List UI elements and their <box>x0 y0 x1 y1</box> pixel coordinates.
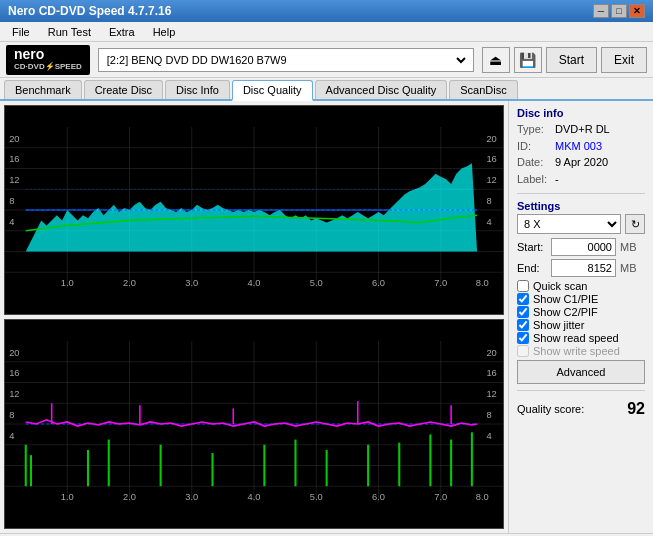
svg-text:5.0: 5.0 <box>310 278 323 288</box>
speed-select[interactable]: 8 X <box>517 214 621 234</box>
refresh-button[interactable]: ↻ <box>625 214 645 234</box>
disc-info-group: Disc info Type: DVD+R DL ID: MKM 003 Dat… <box>517 107 645 187</box>
start-input[interactable] <box>551 238 616 256</box>
exit-button[interactable]: Exit <box>601 47 647 73</box>
label-value: - <box>555 171 559 188</box>
top-chart: 20 16 12 8 4 20 16 12 8 4 1.0 2.0 3.0 4.… <box>4 105 504 315</box>
svg-text:3.0: 3.0 <box>185 492 198 502</box>
type-label: Type: <box>517 121 555 138</box>
tab-disc-info[interactable]: Disc Info <box>165 80 230 99</box>
id-value: MKM 003 <box>555 138 602 155</box>
tabs-bar: Benchmark Create Disc Disc Info Disc Qua… <box>0 78 653 101</box>
end-field-row: End: MB <box>517 259 645 277</box>
show-jitter-checkbox[interactable] <box>517 319 529 331</box>
titlebar-controls: ─ □ ✕ <box>593 4 645 18</box>
tab-advanced-disc-quality[interactable]: Advanced Disc Quality <box>315 80 448 99</box>
svg-text:16: 16 <box>486 368 496 378</box>
date-label: Date: <box>517 154 555 171</box>
titlebar: Nero CD-DVD Speed 4.7.7.16 ─ □ ✕ <box>0 0 653 22</box>
svg-text:4: 4 <box>486 431 491 441</box>
show-read-speed-label: Show read speed <box>533 332 619 344</box>
show-jitter-row: Show jitter <box>517 319 645 331</box>
show-c2pif-label: Show C2/PIF <box>533 306 598 318</box>
end-input[interactable] <box>551 259 616 277</box>
top-chart-svg: 20 16 12 8 4 20 16 12 8 4 1.0 2.0 3.0 4.… <box>5 106 503 314</box>
toolbar: nero CD·DVD⚡SPEED [2:2] BENQ DVD DD DW16… <box>0 42 653 78</box>
svg-text:2.0: 2.0 <box>123 278 136 288</box>
separator-2 <box>517 390 645 391</box>
svg-text:12: 12 <box>486 389 496 399</box>
quick-scan-checkbox[interactable] <box>517 280 529 292</box>
menu-run-test[interactable]: Run Test <box>40 24 99 40</box>
bottom-chart-svg: 20 16 12 8 4 20 16 12 8 4 1.0 2.0 3.0 4.… <box>5 320 503 528</box>
minimize-button[interactable]: ─ <box>593 4 609 18</box>
show-c2pif-row: Show C2/PIF <box>517 306 645 318</box>
id-label: ID: <box>517 138 555 155</box>
svg-text:20: 20 <box>486 348 496 358</box>
speed-row: 8 X ↻ <box>517 214 645 234</box>
svg-text:16: 16 <box>9 368 19 378</box>
disc-date-row: Date: 9 Apr 2020 <box>517 154 645 171</box>
start-label: Start: <box>517 241 547 253</box>
disc-info-title: Disc info <box>517 107 645 119</box>
menu-extra[interactable]: Extra <box>101 24 143 40</box>
show-c1pie-row: Show C1/PIE <box>517 293 645 305</box>
svg-text:8: 8 <box>9 196 14 206</box>
separator-1 <box>517 193 645 194</box>
svg-text:1.0: 1.0 <box>61 278 74 288</box>
svg-text:12: 12 <box>9 175 19 185</box>
save-button[interactable]: 💾 <box>514 47 542 73</box>
svg-marker-34 <box>26 163 477 251</box>
sidebar: Disc info Type: DVD+R DL ID: MKM 003 Dat… <box>508 101 653 533</box>
label-label: Label: <box>517 171 555 188</box>
svg-text:16: 16 <box>486 154 496 164</box>
svg-text:4: 4 <box>486 217 491 227</box>
svg-text:8.0: 8.0 <box>476 492 489 502</box>
svg-text:3.0: 3.0 <box>185 278 198 288</box>
disc-type-row: Type: DVD+R DL <box>517 121 645 138</box>
quality-score-row: Quality score: 92 <box>517 400 645 418</box>
quick-scan-label: Quick scan <box>533 280 587 292</box>
end-label: End: <box>517 262 547 274</box>
tab-scan-disc[interactable]: ScanDisc <box>449 80 517 99</box>
close-button[interactable]: ✕ <box>629 4 645 18</box>
show-read-speed-row: Show read speed <box>517 332 645 344</box>
main-content: 20 16 12 8 4 20 16 12 8 4 1.0 2.0 3.0 4.… <box>0 101 653 533</box>
nero-logo-text: nero <box>14 47 44 62</box>
svg-text:7.0: 7.0 <box>434 278 447 288</box>
maximize-button[interactable]: □ <box>611 4 627 18</box>
svg-text:4: 4 <box>9 431 14 441</box>
menu-help[interactable]: Help <box>145 24 184 40</box>
eject-button[interactable]: ⏏ <box>482 47 510 73</box>
tab-benchmark[interactable]: Benchmark <box>4 80 82 99</box>
menubar: File Run Test Extra Help <box>0 22 653 42</box>
svg-text:1.0: 1.0 <box>61 492 74 502</box>
settings-group: Settings 8 X ↻ Start: MB End: MB Quick s… <box>517 200 645 384</box>
show-jitter-label: Show jitter <box>533 319 584 331</box>
quick-scan-row: Quick scan <box>517 280 645 292</box>
drive-selector[interactable]: [2:2] BENQ DVD DD DW1620 B7W9 <box>98 48 474 72</box>
svg-text:6.0: 6.0 <box>372 492 385 502</box>
svg-text:4: 4 <box>9 217 14 227</box>
advanced-button[interactable]: Advanced <box>517 360 645 384</box>
svg-text:8: 8 <box>9 410 14 420</box>
svg-text:8: 8 <box>486 410 491 420</box>
show-c1pie-checkbox[interactable] <box>517 293 529 305</box>
show-read-speed-checkbox[interactable] <box>517 332 529 344</box>
disc-id-row: ID: MKM 003 <box>517 138 645 155</box>
svg-text:20: 20 <box>486 134 496 144</box>
svg-text:20: 20 <box>9 348 19 358</box>
svg-text:12: 12 <box>486 175 496 185</box>
tab-disc-quality[interactable]: Disc Quality <box>232 80 313 101</box>
charts-area: 20 16 12 8 4 20 16 12 8 4 1.0 2.0 3.0 4.… <box>0 101 508 533</box>
start-button[interactable]: Start <box>546 47 597 73</box>
end-unit: MB <box>620 262 637 274</box>
show-c2pif-checkbox[interactable] <box>517 306 529 318</box>
tab-create-disc[interactable]: Create Disc <box>84 80 163 99</box>
svg-text:8.0: 8.0 <box>476 278 489 288</box>
quality-label: Quality score: <box>517 403 584 415</box>
menu-file[interactable]: File <box>4 24 38 40</box>
drive-dropdown[interactable]: [2:2] BENQ DVD DD DW1620 B7W9 <box>103 53 469 67</box>
svg-text:2.0: 2.0 <box>123 492 136 502</box>
svg-text:16: 16 <box>9 154 19 164</box>
